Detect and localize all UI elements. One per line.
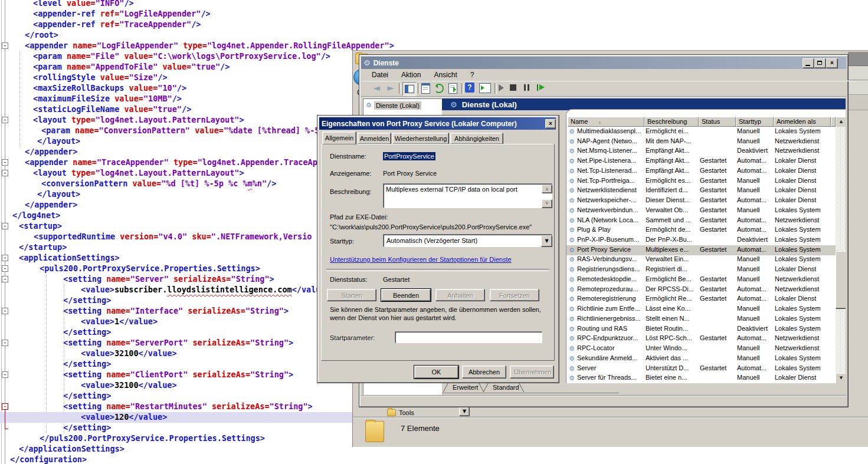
code-line[interactable]: <param name="AppendToFile" value="true"/… [33, 62, 230, 73]
table-row[interactable]: ⚙Richtlinie zum Entfe...Lässt eine Ko...… [566, 304, 836, 314]
table-row[interactable]: ⚙NAP-Agent (Netwo...Mit dem NAP-...Manue… [566, 137, 836, 147]
export-list-icon[interactable] [448, 83, 457, 94]
menu-bar[interactable]: DateiAktionAnsicht? [361, 69, 857, 81]
code-line[interactable]: <supportedRuntime version="v4.0" sku=".N… [34, 232, 312, 242]
code-line[interactable]: </startup> [19, 242, 67, 253]
stop-service-icon[interactable] [510, 84, 516, 91]
fold-toggle-icon[interactable]: - [2, 42, 8, 49]
column-header-beschreibung[interactable]: Beschreibung [644, 117, 699, 127]
table-row[interactable]: ⚙Remoteprozedurau...Der RPCSS-Di...Gesta… [566, 285, 836, 295]
show-console-tree-icon[interactable] [402, 82, 417, 96]
code-line[interactable]: </setting> [63, 327, 111, 338]
start-button[interactable]: Starten [327, 289, 376, 301]
code-line[interactable]: <startup> [19, 221, 62, 232]
forward-icon[interactable]: ► [385, 83, 397, 94]
code-line[interactable]: <setting name="RestartMinutes" serialize… [63, 402, 313, 412]
code-line[interactable]: <maxSizeRollBackups value="10"/> [33, 83, 186, 94]
code-line[interactable]: <setting name="ClientPort" serializeAs="… [63, 370, 293, 380]
code-line[interactable]: </log4net> [12, 210, 60, 221]
fold-toggle-icon[interactable]: - [2, 276, 8, 282]
tab-abhaengigkeiten[interactable]: Abhängigkeiten [450, 133, 503, 144]
table-row[interactable]: ⚙Netzwerkverbindun...Verwaltet Ob...Gest… [566, 206, 836, 216]
code-line[interactable]: <staticLogFileName value="true"/> [33, 104, 191, 115]
dialog-titlebar[interactable]: Eigenschaften von Port Proxy Service (Lo… [319, 117, 556, 130]
table-row[interactable]: ⚙ServerUnterstützt D...GestartetAutomat.… [566, 364, 836, 374]
table-row[interactable]: ⚙NetzwerklistendienstIdentifiziert d...G… [566, 186, 836, 196]
menu-item-[interactable]: ? [470, 71, 474, 79]
refresh-icon[interactable] [434, 84, 444, 93]
table-row[interactable]: ⚙RPC-LocatorUnter Windo...ManuellNetzwer… [566, 344, 836, 354]
stop-button[interactable]: Beenden [381, 289, 431, 301]
code-line[interactable]: <level value="INFO"/> [33, 0, 134, 9]
properties-icon[interactable] [421, 83, 430, 94]
description-scroll-up[interactable]: ▲ [542, 185, 552, 193]
cancel-button[interactable]: Abbrechen [462, 366, 506, 379]
table-row[interactable]: ⚙Netzwerkspeicher-...Dieser Dienst...Ges… [566, 196, 836, 206]
table-row[interactable]: ⚙PnP-X-IP-Busenum...Der PnP-X-Bu...Deakt… [566, 235, 836, 245]
column-header-status[interactable]: Status [699, 117, 736, 127]
dialog-close-icon[interactable]: × [545, 119, 556, 129]
code-line[interactable]: <layout type="log4net.Layout.PatternLayo… [33, 115, 244, 126]
tab-erweitert[interactable]: Erweitert [453, 384, 478, 391]
fold-toggle-icon[interactable]: - [2, 308, 8, 314]
table-row[interactable]: ⚙Sekundäre Anmeld...Aktiviert das ...Man… [566, 354, 836, 364]
explorer-dropdown-button[interactable]: ▼ [459, 407, 470, 416]
code-line[interactable]: <setting name="Interface" serializeAs="S… [63, 306, 289, 317]
tab-standard[interactable]: Standard [493, 384, 519, 391]
code-line[interactable]: </setting> [63, 295, 111, 306]
pause-button[interactable]: Anhalten [435, 289, 485, 301]
table-row[interactable]: ⚙Net.Msmq-Listener...Empfängt Akt...Deak… [566, 146, 836, 156]
column-header-name[interactable]: Name ▲ [568, 117, 644, 127]
code-line[interactable]: <rollingStyle value="Size"/> [33, 73, 168, 83]
service-name-value[interactable]: PortProxyService [383, 152, 435, 160]
code-line[interactable]: </puls200.PortProxyService.Properties.Se… [40, 433, 265, 444]
description-field[interactable]: Multiplexes external TCP/IP data on loca… [383, 183, 552, 208]
table-row[interactable]: ⚙Net.Pipe-Listenera...Empfängt Akt...Ges… [566, 156, 836, 166]
code-line[interactable]: </appender> [25, 200, 77, 210]
table-row[interactable]: ⚙Net.Tcp-Portfreiga...Ermöglicht es...Ge… [566, 176, 836, 186]
table-row[interactable]: ⚙RPC-Endpunktzuor...Löst RPC-Sch...Gesta… [566, 334, 836, 344]
description-scroll-down[interactable]: ▼ [542, 199, 552, 208]
column-header-starttyp[interactable]: Starttyp [736, 117, 774, 127]
code-line[interactable]: </root> [25, 30, 58, 41]
startup-type-combobox[interactable]: Automatisch (Verzögerter Start) ▼ [383, 234, 552, 247]
pause-service-icon[interactable] [524, 84, 530, 91]
start-service-icon[interactable] [499, 84, 507, 91]
show-action-pane-icon[interactable] [479, 83, 491, 93]
fold-toggle-icon[interactable]: - [2, 170, 8, 176]
combobox-dropdown-icon[interactable]: ▼ [541, 235, 552, 247]
close-button[interactable]: × [826, 58, 838, 68]
menu-item-datei[interactable]: Datei [372, 71, 388, 79]
table-row[interactable]: ⚙RAS-Verbindungsv...Verwaltet Ein...Manu… [566, 255, 836, 265]
code-line[interactable]: </setting> [63, 423, 111, 433]
code-line[interactable]: </setting> [63, 391, 111, 402]
fold-toggle-icon[interactable]: - [2, 159, 8, 166]
code-line[interactable]: <appender-ref ref="LogFileAppender"/> [33, 9, 211, 19]
help-icon[interactable]: ? [465, 83, 474, 93]
table-row[interactable]: ⚙Routing und RASBietet Routin...Deaktivi… [566, 324, 836, 334]
fold-toggle-icon[interactable]: - [2, 117, 8, 123]
code-line[interactable]: <value>subscriber.lloydslistintelligence… [81, 285, 320, 295]
code-line[interactable]: <appender-ref ref="TraceAppender"/> [33, 19, 201, 30]
code-line[interactable]: <value>32100</value> [81, 380, 177, 391]
minimize-button[interactable] [803, 58, 814, 68]
table-row[interactable]: ⚙RemoteregistrierungErmöglicht Re...Gest… [566, 294, 836, 304]
scrollbar-thumb[interactable] [836, 251, 846, 309]
back-icon[interactable]: ◄ [371, 83, 382, 94]
code-line[interactable]: </setting> [63, 359, 111, 370]
table-row[interactable]: ⚙Net.Tcp-Listenerad...Empfängt Akt...Ges… [566, 166, 836, 176]
services-titlebar[interactable]: ⚙ Dienste [361, 57, 846, 69]
table-row[interactable]: ⚙Server für Threads...Bietet eine n...Ma… [566, 373, 836, 383]
menu-item-ansicht[interactable]: Ansicht [434, 71, 457, 79]
restart-service-icon[interactable] [537, 84, 545, 91]
table-row[interactable]: ⚙Port Proxy ServiceMultiplexes e...Gesta… [566, 245, 836, 255]
tree-item-services-local[interactable]: ⚙ Dienste (Lokal) [365, 100, 422, 110]
maximize-button[interactable] [814, 58, 826, 68]
code-line[interactable]: <puls200.PortProxyService.Properties.Set… [40, 264, 260, 274]
code-line[interactable]: <param name="ConversionPattern" value="%… [41, 126, 319, 136]
code-line[interactable]: </layout> [37, 189, 80, 200]
code-line[interactable]: </layout> [37, 136, 80, 147]
code-line[interactable]: <value>1</value> [81, 317, 158, 327]
tab-wiederherstellung[interactable]: Wiederherstellung [392, 133, 449, 144]
column-header-anmelden-als[interactable]: Anmelden als [774, 117, 831, 127]
